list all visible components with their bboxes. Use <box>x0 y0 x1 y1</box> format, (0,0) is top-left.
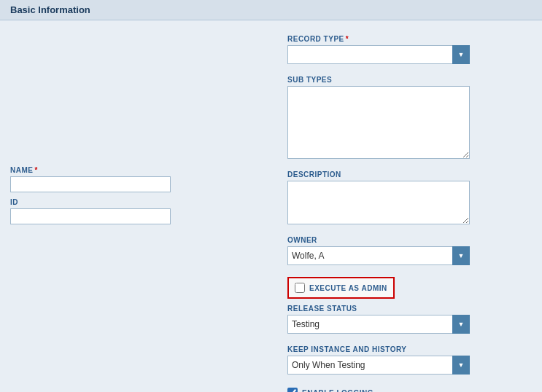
record-type-select-wrapper <box>287 45 470 64</box>
sub-types-label: SUB TYPES <box>287 76 532 84</box>
enable-logging-row: ENABLE LOGGING <box>287 388 532 392</box>
id-input[interactable] <box>10 208 171 224</box>
release-status-select[interactable]: Testing <box>287 315 470 334</box>
keep-instance-label: KEEP INSTANCE AND HISTORY <box>287 345 532 353</box>
owner-select-wrapper: Wolfe, A <box>287 246 470 265</box>
keep-instance-select-wrapper: Only When Testing <box>287 356 470 375</box>
release-status-label: RELEASE STATUS <box>287 305 532 313</box>
left-column: NAME* ID <box>10 35 287 392</box>
description-textarea[interactable] <box>287 181 470 224</box>
sub-types-textarea[interactable] <box>287 86 470 159</box>
name-required-star: * <box>34 166 37 174</box>
owner-label: OWNER <box>287 236 532 244</box>
enable-logging-label: ENABLE LOGGING <box>302 389 373 393</box>
owner-field-group: OWNER Wolfe, A <box>287 236 532 265</box>
record-type-required-star: * <box>346 35 349 43</box>
panel-header: Basic Information <box>0 0 542 20</box>
release-status-select-wrapper: Testing <box>287 315 470 334</box>
name-input[interactable] <box>10 176 171 192</box>
basic-information-panel: Basic Information NAME* ID RECORD TYPE* <box>0 0 542 392</box>
keep-instance-field-group: KEEP INSTANCE AND HISTORY Only When Test… <box>287 345 532 375</box>
right-column: RECORD TYPE* SUB TYPES DESCRIPTION <box>287 35 532 392</box>
name-label: NAME* <box>10 166 273 174</box>
id-field-group: ID <box>10 198 273 224</box>
owner-select[interactable]: Wolfe, A <box>287 246 470 265</box>
record-type-select[interactable] <box>287 45 470 64</box>
record-type-label: RECORD TYPE* <box>287 35 532 43</box>
keep-instance-select[interactable]: Only When Testing <box>287 356 470 375</box>
execute-as-admin-checkbox[interactable] <box>295 283 305 293</box>
sub-types-field-group: SUB TYPES <box>287 76 532 159</box>
panel-title: Basic Information <box>10 4 90 15</box>
name-field-group: NAME* <box>10 166 273 192</box>
enable-logging-checkbox[interactable] <box>287 388 298 392</box>
description-field-group: DESCRIPTION <box>287 170 532 224</box>
execute-as-admin-row: EXECUTE AS ADMIN <box>287 277 395 299</box>
description-label: DESCRIPTION <box>287 170 532 179</box>
record-type-field-group: RECORD TYPE* <box>287 35 532 64</box>
id-label: ID <box>10 198 273 206</box>
release-status-field-group: RELEASE STATUS Testing <box>287 305 532 334</box>
execute-as-admin-label: EXECUTE AS ADMIN <box>309 284 387 292</box>
